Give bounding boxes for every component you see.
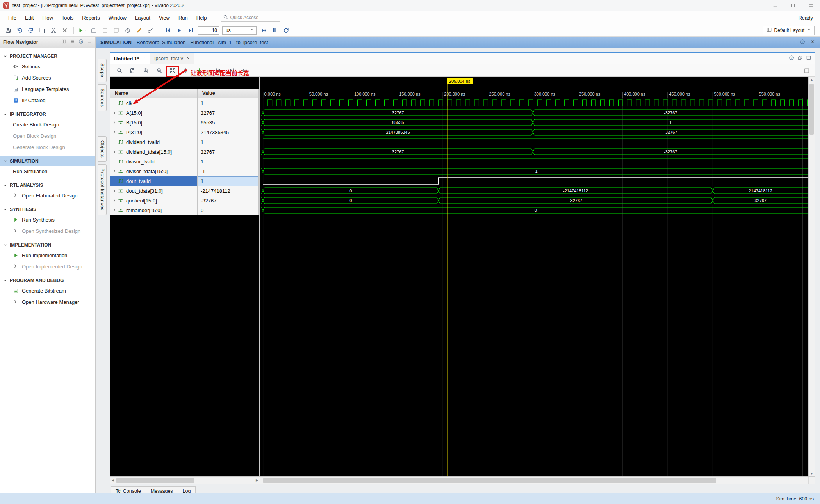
add-marker-button[interactable]: [195, 67, 203, 75]
expand-chevron-icon[interactable]: [112, 110, 118, 116]
run-time-input[interactable]: [198, 26, 219, 35]
signal-value-dividend_tdata150[interactable]: 32767: [198, 147, 258, 157]
signal-value-divisor_tvalid[interactable]: 1: [198, 157, 258, 167]
reports-button[interactable]: [112, 26, 121, 35]
layout-toggle-icon[interactable]: [61, 39, 66, 45]
tab-close-icon[interactable]: [186, 55, 190, 61]
signal-name-divisor_tvalid[interactable]: divisor_tvalid: [110, 157, 197, 167]
signal-value-dout_tvalid[interactable]: 1: [198, 176, 258, 186]
scroll-right-icon[interactable]: ▶: [254, 477, 260, 484]
layout-selector[interactable]: Default Layout: [763, 26, 815, 35]
copy-button[interactable]: [38, 26, 46, 35]
save-button[interactable]: [129, 67, 137, 75]
help-icon[interactable]: ?: [78, 39, 84, 45]
maximize-button[interactable]: [784, 0, 802, 11]
quick-access[interactable]: Quick Access: [221, 14, 280, 22]
swap-cursor-button[interactable]: [241, 67, 249, 75]
menu-flow[interactable]: Flow: [38, 13, 57, 23]
signal-value-dout_tdata310[interactable]: -2147418112: [198, 186, 258, 196]
flownav-item-open-hardware-manager[interactable]: Open Hardware Manager: [0, 296, 95, 308]
menu-reports[interactable]: Reports: [78, 13, 104, 23]
zoom-fit-button[interactable]: [169, 67, 176, 75]
canvas-horizontal-scrollbar[interactable]: [260, 477, 808, 484]
menu-run[interactable]: Run: [174, 13, 192, 23]
tab-close-icon[interactable]: [142, 56, 146, 62]
zoom-out-button[interactable]: [155, 67, 163, 75]
menu-tools[interactable]: Tools: [57, 13, 78, 23]
signal-name-P310[interactable]: P[31:0]: [110, 128, 197, 137]
flownav-item-ip-catalog[interactable]: IPIP Catalog: [0, 95, 95, 106]
restart-button[interactable]: [164, 26, 172, 35]
flownav-item-generate-bitstream[interactable]: Generate Bitstream: [0, 285, 95, 296]
scroll-left-icon[interactable]: ◀: [110, 477, 116, 484]
value-column-header[interactable]: Value: [198, 89, 259, 98]
menu-window[interactable]: Window: [104, 13, 131, 23]
signal-name-clk[interactable]: clk: [110, 98, 197, 108]
expand-chevron-icon[interactable]: [112, 169, 118, 174]
flownav-section-simulation[interactable]: SIMULATION: [0, 156, 95, 166]
dashboard-button[interactable]: [89, 26, 98, 35]
expand-chevron-icon[interactable]: [112, 208, 118, 213]
expand-chevron-icon[interactable]: [112, 120, 118, 126]
signal-name-dividend_tvalid[interactable]: dividend_tvalid: [110, 137, 197, 147]
context-help-icon[interactable]: ?: [800, 39, 805, 46]
run-flow-button[interactable]: [78, 26, 87, 35]
settings-button[interactable]: [101, 26, 109, 35]
relaunch-button[interactable]: [282, 26, 291, 35]
zoom-in-button[interactable]: [142, 67, 150, 75]
signal-value-quotient150[interactable]: -32767: [198, 196, 258, 206]
run-all-button[interactable]: [175, 26, 184, 35]
flownav-section-implementation[interactable]: IMPLEMENTATION: [0, 240, 95, 250]
minimize-panel-icon[interactable]: [87, 39, 92, 45]
vertical-scrollbar[interactable]: ▲ ▼: [808, 77, 815, 476]
goto-end-button[interactable]: [228, 67, 235, 75]
debug-button[interactable]: [146, 26, 155, 35]
flownav-item-run-simulation[interactable]: Run Simulation: [0, 166, 95, 177]
flownav-section-rtl-analysis[interactable]: RTL ANALYSIS: [0, 181, 95, 190]
signal-name-B150[interactable]: B[15:0]: [110, 118, 197, 128]
panel-float-button[interactable]: [797, 55, 803, 62]
break-button[interactable]: [271, 26, 279, 35]
signal-value-divisor_tdata150[interactable]: -1: [198, 167, 258, 176]
flownav-item-settings[interactable]: Settings: [0, 61, 95, 72]
timer-button[interactable]: [123, 26, 132, 35]
vertical-scroll-thumb[interactable]: [809, 84, 814, 135]
waveform-canvas[interactable]: 0.000 ns50.000 ns100.000 ns150.000 ns200…: [260, 77, 808, 476]
signal-value-dividend_tvalid[interactable]: 1: [198, 137, 258, 147]
context-close-icon[interactable]: [810, 39, 815, 46]
goto-start-button[interactable]: [214, 67, 222, 75]
cut-button[interactable]: [49, 26, 58, 35]
wave-settings-button[interactable]: [803, 67, 811, 75]
run-for-button[interactable]: [186, 26, 195, 35]
signal-value-B150[interactable]: 65535: [198, 118, 258, 128]
signal-name-dividend_tdata150[interactable]: dividend_tdata[15:0]: [110, 147, 197, 157]
flownav-section-synthesis[interactable]: SYNTHESIS: [0, 205, 95, 214]
flownav-item-open-elaborated-design[interactable]: Open Elaborated Design: [0, 190, 95, 201]
side-tab-sources[interactable]: Sources: [98, 84, 107, 112]
side-tab-scope[interactable]: Scope: [98, 59, 107, 82]
menu-edit[interactable]: Edit: [21, 13, 38, 23]
signal-name-dout_tvalid[interactable]: dout_tvalid: [110, 176, 197, 186]
signal-value-A150[interactable]: 32767: [198, 108, 258, 118]
editor-tab-untitled-1-[interactable]: Untitled 1*: [110, 53, 150, 64]
menu-view[interactable]: View: [155, 13, 174, 23]
expand-chevron-icon[interactable]: [112, 198, 118, 204]
find-button[interactable]: [116, 67, 123, 75]
panel-maximize-button[interactable]: [806, 55, 811, 62]
signal-name-quotient150[interactable]: quotient[15:0]: [110, 196, 197, 206]
close-button[interactable]: [802, 0, 820, 11]
flownav-item-language-templates[interactable]: Language Templates: [0, 83, 95, 95]
name-scroll-thumb[interactable]: [116, 478, 194, 483]
flownav-section-ip-integrator[interactable]: IP INTEGRATOR: [0, 110, 95, 119]
flownav-section-project-manager[interactable]: PROJECT MANAGER: [0, 51, 95, 61]
step-button[interactable]: [259, 26, 268, 35]
flownav-item-run-implementation[interactable]: Run Implementation: [0, 250, 95, 261]
flownav-item-run-synthesis[interactable]: Run Synthesis: [0, 214, 95, 225]
panel-help-button[interactable]: ?: [789, 55, 794, 62]
expand-chevron-icon[interactable]: [112, 188, 118, 194]
undo-button[interactable]: [15, 26, 24, 35]
time-unit-select[interactable]: us: [222, 26, 257, 35]
flownav-section-program-and-debug[interactable]: PROGRAM AND DEBUG: [0, 276, 95, 285]
editor-tab-ipcore-test-v[interactable]: ipcore_test.v: [150, 53, 194, 64]
side-tab-objects[interactable]: Objects: [98, 136, 107, 162]
